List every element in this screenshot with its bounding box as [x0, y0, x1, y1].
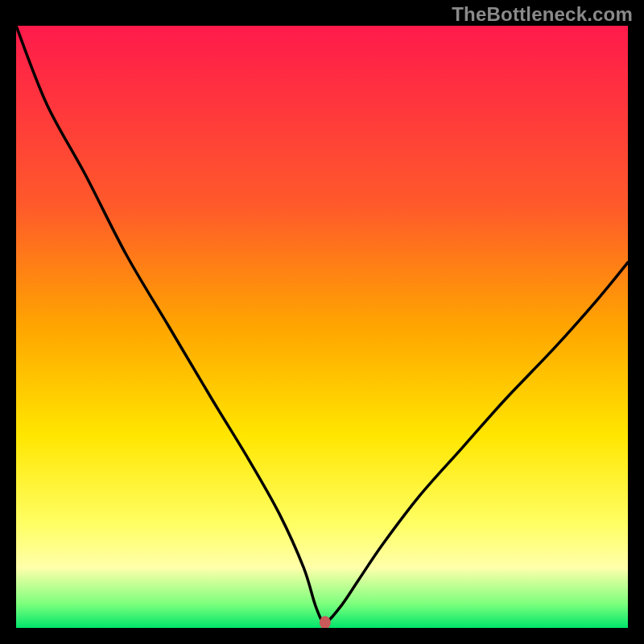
gradient-background [16, 26, 628, 628]
chart-frame: TheBottleneck.com [0, 0, 644, 644]
watermark-label: TheBottleneck.com [452, 3, 633, 26]
chart-svg [16, 26, 628, 628]
plot-area [16, 26, 628, 628]
